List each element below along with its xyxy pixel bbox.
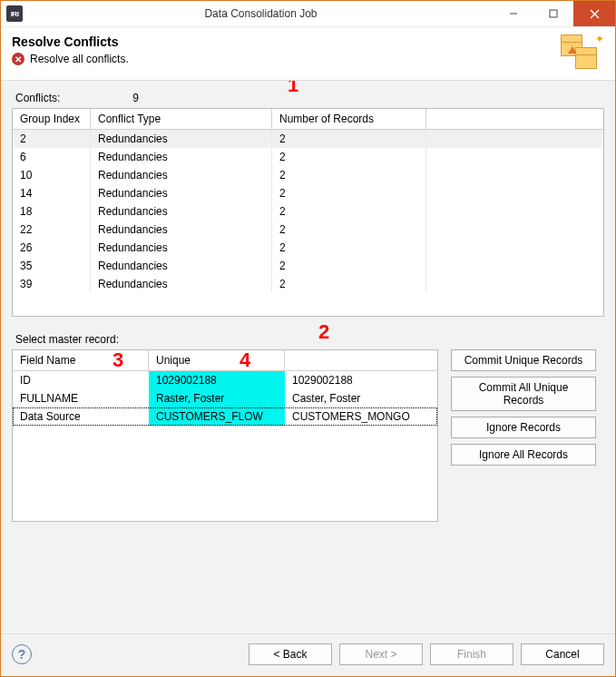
cell-num-records: 2 bbox=[272, 202, 426, 221]
table-row[interactable]: ID 1029002188 1029002188 bbox=[13, 371, 437, 389]
cell-unique[interactable]: CUSTOMERS_FLOW bbox=[149, 407, 285, 426]
cell-conflict-type: Redundancies bbox=[91, 130, 272, 148]
cell-other[interactable]: 1029002188 bbox=[285, 371, 421, 389]
error-icon: ✕ bbox=[12, 53, 24, 65]
app-badge-text: IRI bbox=[11, 10, 19, 18]
commit-unique-button[interactable]: Commit Unique Records bbox=[451, 349, 596, 371]
cell-num-records: 2 bbox=[272, 166, 426, 184]
col-other[interactable] bbox=[285, 350, 421, 370]
cell-field: FULLNAME bbox=[13, 389, 149, 407]
table-row[interactable]: 35Redundancies2 bbox=[13, 257, 603, 275]
master-record-label: Select master record: bbox=[12, 333, 604, 349]
cell-field: Data Source bbox=[13, 407, 149, 426]
cell-group-index: 2 bbox=[13, 130, 91, 148]
table-row[interactable]: FULLNAME Raster, Foster Caster, Foster bbox=[13, 389, 437, 407]
table-row[interactable]: 6Redundancies2 bbox=[13, 148, 603, 166]
cell-group-index: 22 bbox=[13, 221, 91, 239]
page-title: Resolve Conflicts bbox=[12, 34, 129, 49]
window-title: Data Consolidation Job bbox=[28, 7, 494, 20]
cell-conflict-type: Redundancies bbox=[91, 184, 272, 202]
action-buttons: Commit Unique Records Commit All Unique … bbox=[451, 349, 596, 466]
consolidation-icon: ✦ bbox=[557, 34, 601, 71]
table-row[interactable]: 2Redundancies2 bbox=[13, 130, 603, 148]
cell-group-index: 10 bbox=[13, 166, 91, 184]
table-row[interactable]: Data Source CUSTOMERS_FLOW CUSTOMERS_MON… bbox=[13, 407, 437, 426]
app-icon: IRI bbox=[6, 5, 23, 22]
cell-unique[interactable]: 1029002188 bbox=[149, 371, 285, 389]
cell-group-index: 18 bbox=[13, 202, 91, 221]
dialog-body: Conflicts: 9 1 Group Index Conflict Type… bbox=[1, 81, 615, 633]
col-field-name[interactable]: Field Name bbox=[13, 350, 149, 370]
cell-group-index: 6 bbox=[13, 148, 91, 166]
conflicts-table-header: Group Index Conflict Type Number of Reco… bbox=[13, 109, 603, 130]
conflicts-label: Conflicts: bbox=[15, 92, 60, 104]
cell-conflict-type: Redundancies bbox=[91, 257, 272, 275]
cell-num-records: 2 bbox=[272, 221, 426, 239]
commit-all-unique-button[interactable]: Commit All Unique Records bbox=[451, 377, 596, 411]
dialog-window: IRI Data Consolidation Job Resolve Confl… bbox=[0, 0, 616, 677]
cell-conflict-type: Redundancies bbox=[91, 239, 272, 257]
next-button[interactable]: Next > bbox=[339, 643, 423, 665]
maximize-button[interactable] bbox=[533, 1, 573, 26]
svg-rect-1 bbox=[550, 10, 557, 17]
conflicts-table[interactable]: Group Index Conflict Type Number of Reco… bbox=[12, 108, 604, 317]
page-subtitle: Resolve all conflicts. bbox=[30, 53, 129, 65]
ignore-all-records-button[interactable]: Ignore All Records bbox=[451, 444, 596, 466]
table-row[interactable]: 39Redundancies2 bbox=[13, 275, 603, 293]
col-conflict-type[interactable]: Conflict Type bbox=[91, 109, 272, 129]
cancel-button[interactable]: Cancel bbox=[521, 643, 604, 665]
cell-conflict-type: Redundancies bbox=[91, 275, 272, 293]
window-controls bbox=[494, 1, 615, 26]
cell-group-index: 39 bbox=[13, 275, 91, 293]
dialog-header: Resolve Conflicts ✕ Resolve all conflict… bbox=[1, 27, 615, 81]
table-row[interactable]: 14Redundancies2 bbox=[13, 184, 603, 202]
cell-num-records: 2 bbox=[272, 130, 426, 148]
col-number-records[interactable]: Number of Records bbox=[272, 109, 426, 129]
ignore-records-button[interactable]: Ignore Records bbox=[451, 417, 596, 438]
dialog-footer: ? < Back Next > Finish Cancel bbox=[1, 633, 615, 676]
table-row[interactable]: 10Redundancies2 bbox=[13, 166, 603, 184]
cell-num-records: 2 bbox=[272, 275, 426, 293]
cell-group-index: 14 bbox=[13, 184, 91, 202]
cell-field: ID bbox=[13, 371, 149, 389]
cell-conflict-type: Redundancies bbox=[91, 221, 272, 239]
table-row[interactable]: 22Redundancies2 bbox=[13, 221, 603, 239]
conflicts-summary: Conflicts: 9 bbox=[12, 90, 604, 108]
finish-button[interactable]: Finish bbox=[430, 643, 513, 665]
master-table-header: Field Name Unique bbox=[13, 350, 437, 371]
conflicts-count: 9 bbox=[132, 92, 139, 104]
minimize-button[interactable] bbox=[494, 1, 533, 26]
master-record-table[interactable]: Field Name Unique 3 4 ID 1029002188 1029… bbox=[12, 349, 438, 522]
cell-conflict-type: Redundancies bbox=[91, 202, 272, 221]
cell-group-index: 26 bbox=[13, 239, 91, 257]
back-button[interactable]: < Back bbox=[249, 643, 332, 665]
cell-num-records: 2 bbox=[272, 257, 426, 275]
cell-conflict-type: Redundancies bbox=[91, 148, 272, 166]
cell-other[interactable]: Caster, Foster bbox=[285, 389, 421, 407]
col-group-index[interactable]: Group Index bbox=[13, 109, 91, 129]
col-unique[interactable]: Unique bbox=[149, 350, 285, 370]
table-row[interactable]: 18Redundancies2 bbox=[13, 202, 603, 221]
table-row[interactable]: 26Redundancies2 bbox=[13, 239, 603, 257]
cell-num-records: 2 bbox=[272, 239, 426, 257]
cell-group-index: 35 bbox=[13, 257, 91, 275]
cell-unique[interactable]: Raster, Foster bbox=[149, 389, 285, 407]
cell-other[interactable]: CUSTOMERS_MONGO bbox=[285, 407, 421, 426]
cell-num-records: 2 bbox=[272, 184, 426, 202]
titlebar: IRI Data Consolidation Job bbox=[1, 1, 615, 27]
help-icon[interactable]: ? bbox=[12, 644, 32, 664]
cell-conflict-type: Redundancies bbox=[91, 166, 272, 184]
cell-num-records: 2 bbox=[272, 148, 426, 166]
close-button[interactable] bbox=[573, 1, 615, 26]
